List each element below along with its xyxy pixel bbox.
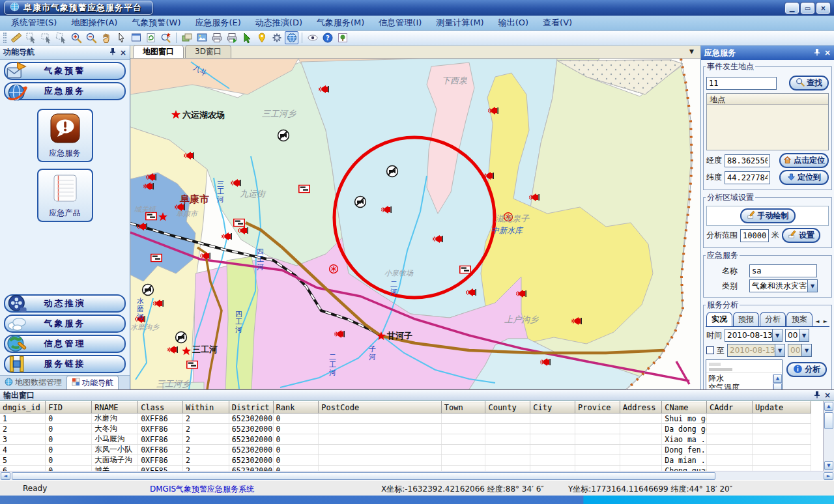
menu-item-6[interactable]: 气象服务(M)	[309, 16, 371, 30]
column-header[interactable]: Class	[138, 402, 183, 413]
menu-item-4[interactable]: 应急服务(E)	[188, 16, 248, 30]
menu-item-9[interactable]: 输出(O)	[491, 16, 536, 30]
layers-icon[interactable]	[180, 31, 194, 44]
chevron-down-icon[interactable]: ▼	[799, 329, 809, 341]
hour-select[interactable]: 00 ▼	[785, 329, 809, 342]
nav-group-bottom-3[interactable]: 信息管理	[4, 335, 126, 353]
close-icon[interactable]: ×	[824, 49, 831, 56]
table-row[interactable]: 30小马厩沟0XFF8626523020000Xiao ma ...	[0, 434, 811, 445]
location-list-header[interactable]: 地点	[707, 94, 828, 105]
column-header[interactable]: Town	[441, 402, 485, 413]
location-search-input[interactable]	[706, 77, 777, 90]
close-icon[interactable]: ×	[120, 49, 126, 56]
print-icon[interactable]	[210, 31, 223, 44]
chevron-down-icon[interactable]: ▼	[772, 329, 782, 341]
column-header[interactable]: Update	[752, 402, 811, 413]
table-row[interactable]: 10水磨沟0XFF8626523020000Shui mo gou	[0, 413, 811, 424]
select-free-icon[interactable]	[54, 31, 68, 44]
list-item[interactable]: 降水	[708, 374, 780, 383]
locate-to-button[interactable]: 定位到	[779, 170, 829, 185]
select-edit-icon[interactable]	[24, 31, 38, 44]
nav-group-bottom-4[interactable]: 服务链接	[4, 355, 126, 373]
category-select[interactable]: 气象和洪水灾害 ▼	[749, 279, 818, 292]
analysis-tab-3[interactable]: 分析	[760, 312, 786, 326]
column-header[interactable]: dmgis_id	[0, 402, 46, 413]
map-tab-2[interactable]: 3D窗口	[185, 45, 231, 58]
pan-icon[interactable]	[99, 31, 113, 44]
latitude-field[interactable]	[725, 171, 770, 184]
set-range-button[interactable]: 设置	[782, 228, 820, 243]
search-button[interactable]: 查找	[789, 76, 829, 91]
shortcut-1[interactable]: 应急服务	[37, 109, 93, 162]
left-tab-2[interactable]: 功能导航	[66, 376, 119, 389]
nav-group-top-2[interactable]: 应急服务	[4, 82, 126, 100]
column-header[interactable]: FID	[46, 402, 92, 413]
menu-item-10[interactable]: 查看(V)	[536, 16, 579, 30]
manual-draw-button[interactable]: 手动绘制	[740, 208, 796, 223]
analyze-button[interactable]: 分析	[786, 362, 827, 377]
settings-icon[interactable]	[270, 31, 283, 44]
column-header[interactable]: District	[229, 402, 273, 413]
range-field[interactable]	[740, 229, 769, 242]
menu-item-2[interactable]: 地图操作(A)	[64, 16, 124, 30]
table-row[interactable]: 40东风一小队0XFF8626523020000Dong fen...	[0, 445, 811, 455]
identify-icon[interactable]	[159, 31, 173, 44]
listbox-scrollbar[interactable]: ▲	[773, 374, 782, 389]
chevron-down-icon[interactable]: ▼	[807, 280, 817, 292]
measure-icon[interactable]	[9, 31, 23, 44]
restore-button[interactable]: ▭	[801, 3, 814, 14]
results-table[interactable]: dmgis_idFIDRNAMEClassWithinDistrictRankP…	[0, 401, 811, 471]
tree-icon[interactable]	[336, 31, 349, 44]
placemark-icon[interactable]	[255, 31, 268, 44]
location-list[interactable]: 地点	[706, 93, 829, 150]
column-header[interactable]: Rank	[273, 402, 319, 413]
vertical-scrollbar[interactable]: ▲▼	[823, 401, 834, 471]
minimize-button[interactable]: ▁	[785, 3, 799, 14]
shortcut-2[interactable]: 应急产品	[37, 169, 93, 222]
click-locate-button[interactable]: 点击定位	[779, 153, 829, 168]
left-tab-1[interactable]: 地图数据管理	[0, 376, 66, 389]
nav-group-bottom-2[interactable]: 气象服务	[4, 315, 126, 333]
zoom-out-icon[interactable]	[84, 31, 98, 44]
column-header[interactable]: County	[485, 402, 530, 413]
column-header[interactable]: PostCode	[319, 402, 441, 413]
map-canvas[interactable]: 八斗六运湖农场三工河乡下西泉九运街阜康市阜康市城关镇滋泥泉子中新水库小泉牧场上户…	[130, 59, 700, 389]
horizontal-scrollbar[interactable]: ◄►	[0, 471, 834, 481]
analysis-tab-1[interactable]: 实况	[706, 312, 732, 326]
table-row[interactable]: 60城关0XFF8526523020000Cheng guan	[0, 466, 811, 471]
close-button[interactable]: ×	[816, 3, 830, 14]
zoom-in-icon[interactable]	[69, 31, 83, 44]
globe-icon[interactable]	[285, 31, 298, 44]
export-image-icon[interactable]	[195, 31, 208, 44]
tab-scroll-arrows[interactable]: ◄ ►	[815, 318, 829, 324]
longitude-field[interactable]	[725, 154, 770, 167]
column-header[interactable]: Provice	[575, 402, 620, 413]
date-select[interactable]: 2010-08-13 ▼	[725, 329, 783, 342]
column-header[interactable]: RNAME	[92, 402, 138, 413]
column-header[interactable]: CName	[662, 402, 707, 413]
pin-icon[interactable]	[814, 391, 820, 400]
refresh-icon[interactable]	[144, 31, 158, 44]
print-preview-icon[interactable]	[225, 31, 238, 44]
tab-list-dropdown-icon[interactable]: ▼	[689, 48, 694, 55]
column-header[interactable]: City	[530, 402, 575, 413]
menu-item-8[interactable]: 测量计算(M)	[429, 16, 491, 30]
column-header[interactable]: Address	[620, 402, 662, 413]
list-item[interactable]: 空气温度	[708, 383, 780, 389]
help-icon[interactable]: ?	[321, 31, 334, 44]
table-row[interactable]: 20大冬沟0XFF8626523020000Da dong gou	[0, 424, 811, 434]
pin-icon[interactable]	[814, 48, 820, 58]
nav-group-top-1[interactable]: 气象预警	[4, 62, 126, 80]
column-header[interactable]: CAddr	[707, 402, 753, 413]
menu-item-3[interactable]: 气象预警(W)	[124, 16, 188, 30]
element-listbox[interactable]: 降水空气温度 ▲	[706, 359, 783, 389]
select-rect-icon[interactable]	[39, 31, 53, 44]
menu-item-1[interactable]: 系统管理(S)	[4, 16, 64, 30]
service-name-field[interactable]	[749, 264, 817, 277]
map-tab-1[interactable]: 地图窗口	[133, 45, 184, 58]
menu-item-5[interactable]: 动态推演(D)	[248, 16, 309, 30]
column-header[interactable]: Within	[182, 402, 229, 413]
to-checkbox[interactable]	[706, 346, 714, 354]
nav-group-bottom-1[interactable]: 动态推演	[4, 294, 126, 313]
pick-icon[interactable]	[240, 31, 253, 44]
